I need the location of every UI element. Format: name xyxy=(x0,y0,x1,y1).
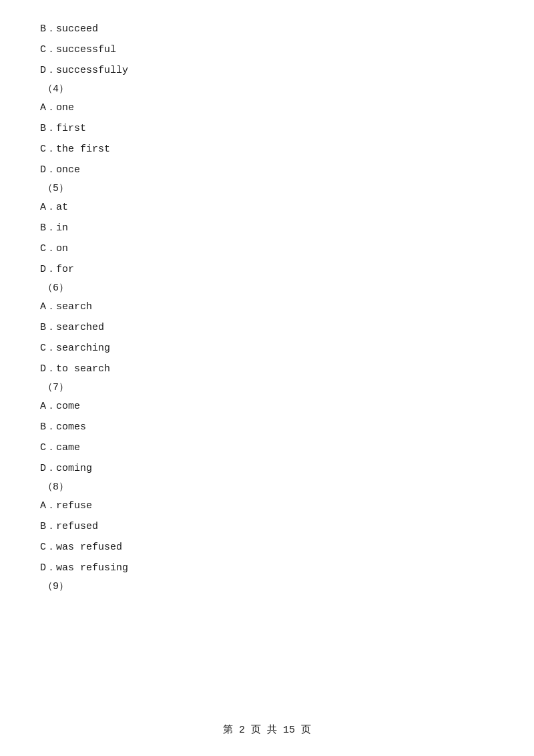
question-5-number: （5） xyxy=(40,182,494,194)
option-6b: B．searched xyxy=(40,319,494,337)
question-6-number: （6） xyxy=(40,281,494,294)
question-8-number: （8） xyxy=(40,480,494,493)
option-5b: B．in xyxy=(40,219,494,237)
option-6d: D．to search xyxy=(40,360,494,378)
option-6a: A．search xyxy=(40,298,494,316)
option-4d: D．once xyxy=(40,161,494,179)
option-7d: D．coming xyxy=(40,459,494,478)
option-7b: B．comes xyxy=(40,418,494,436)
option-8a: A．refuse xyxy=(40,497,494,515)
option-8c: C．was refused xyxy=(40,538,494,556)
option-8d: D．was refusing xyxy=(40,559,494,577)
option-4b: B．first xyxy=(40,120,494,138)
option-4a: A．one xyxy=(40,99,494,117)
option-8b: B．refused xyxy=(40,518,494,536)
page-footer-text: 第 2 页 共 15 页 xyxy=(223,725,311,736)
page-content: B．succeed C．successful D．successfully （4… xyxy=(0,0,534,636)
option-6c: C．searching xyxy=(40,339,494,357)
question-7-number: （7） xyxy=(40,381,494,393)
question-4-number: （4） xyxy=(40,82,494,95)
option-5a: A．at xyxy=(40,198,494,216)
option-4c: C．the first xyxy=(40,140,494,158)
page-footer: 第 2 页 共 15 页 xyxy=(0,723,534,736)
option-c-successful: C．successful xyxy=(40,41,494,59)
option-b-succeed: B．succeed xyxy=(40,20,494,38)
question-9-number: （9） xyxy=(40,580,494,592)
option-d-successfully: D．successfully xyxy=(40,61,494,79)
option-5c: C．on xyxy=(40,240,494,258)
option-5d: D．for xyxy=(40,260,494,278)
option-7c: C．came xyxy=(40,439,494,457)
option-7a: A．come xyxy=(40,397,494,415)
